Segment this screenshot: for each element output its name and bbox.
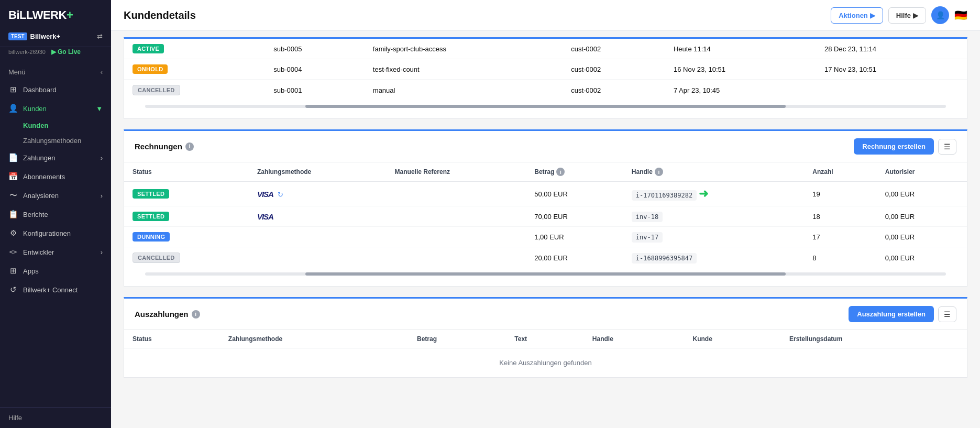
sidebar-item-konfigurationen[interactable]: ⚙ Konfigurationen (0, 224, 111, 243)
auth-cell: 0,00 EUR (877, 206, 967, 227)
sidebar-item-berichte[interactable]: 📋 Berichte (0, 205, 111, 224)
zahlungen-icon: 📄 (8, 153, 18, 162)
logo-area: BiLLWERK+ (0, 0, 111, 28)
table-row: SETTLED VISA ↻ 50,00 EUR i-1701169389282… (124, 182, 967, 206)
user-avatar[interactable]: 👤 (931, 6, 949, 24)
sidebar-item-dashboard[interactable]: ⊞ Dashboard (0, 80, 111, 99)
handle-cell: i-1688996395847 (623, 247, 805, 269)
status-badge: SETTLED (133, 212, 169, 221)
manual-ref (387, 182, 526, 206)
language-flag[interactable]: 🇩🇪 (954, 9, 967, 21)
auth-cell: 0,00 EUR (877, 182, 967, 206)
sidebar-subitem-kunden[interactable]: Kunden (0, 118, 111, 133)
rechnung-export-icon[interactable]: ☰ (938, 139, 956, 155)
actions-button[interactable]: Aktionen ▶ (831, 7, 883, 24)
manual-ref (387, 227, 526, 247)
sidebar-item-abonnements[interactable]: 📅 Abonnements (0, 167, 111, 186)
col-manuelle-referenz: Manuelle Referenz (387, 162, 526, 182)
auszahlung-export-icon[interactable]: ☰ (938, 306, 956, 322)
status-badge: SETTLED (133, 189, 169, 199)
env-id: billwerk-26930 ▶ Go Live (0, 47, 111, 60)
anzahl-cell: 18 (804, 206, 876, 227)
collapse-icon[interactable]: ‹ (101, 68, 103, 76)
sub-id: sub-0001 (265, 80, 364, 101)
analysieren-arrow: › (101, 192, 103, 200)
page-title: Kundendetails (124, 9, 196, 21)
col-kunde: Kunde (684, 330, 781, 348)
env-name: Billwerk+ (30, 32, 60, 40)
subscriptions-table: ACTIVE sub-0005 family-sport-club-access… (124, 39, 967, 101)
customer-id: cust-0002 (563, 80, 665, 101)
create-auszahlung-button[interactable]: Auszahlung erstellen (849, 306, 934, 322)
hilfe-chevron-icon: ▶ (913, 12, 918, 19)
dashboard-icon: ⊞ (8, 85, 18, 94)
col-betrag: Betrag (409, 330, 506, 348)
payment-method (249, 247, 387, 269)
sidebar-item-entwickler[interactable]: <> Entwickler › (0, 243, 111, 261)
customer-id: cust-0002 (563, 39, 665, 59)
sidebar-item-analysieren[interactable]: 〜 Analysieren › (0, 186, 111, 205)
logo-plus: + (67, 8, 73, 21)
create-rechnung-button[interactable]: Rechnung erstellen (854, 138, 934, 155)
rechnungen-info-icon[interactable]: i (185, 142, 194, 151)
status-badge: ACTIVE (133, 44, 164, 53)
sidebar-item-zahlungen[interactable]: 📄 Zahlungen › (0, 148, 111, 167)
no-data-message: Keine Auszahlungen gefunden (124, 348, 967, 378)
sidebar-item-connect[interactable]: ↺ Billwerk+ Connect (0, 280, 111, 299)
col-erstellungsdatum: Erstellungsdatum (781, 330, 967, 348)
plan-name: manual (365, 80, 563, 101)
konfigurationen-icon: ⚙ (8, 228, 18, 238)
manual-ref (387, 206, 526, 227)
col-betrag: Betrag i (526, 162, 623, 182)
col-handle: Handle i (623, 162, 805, 182)
refresh-icon[interactable]: ↻ (278, 191, 283, 199)
updated-date (816, 80, 967, 101)
analysieren-icon: 〜 (8, 191, 18, 200)
hilfe-button[interactable]: Hilfe ▶ (888, 7, 926, 24)
scroll-bar[interactable] (145, 105, 946, 108)
auszahlungen-header: Auszahlungen i Auszahlung erstellen ☰ (124, 299, 967, 330)
sidebar-item-label: Konfigurationen (23, 229, 71, 237)
auszahlungen-section: Auszahlungen i Auszahlung erstellen ☰ St… (124, 297, 967, 378)
table-row: CANCELLED 20,00 EUR i-1688996395847 8 0,… (124, 247, 967, 269)
created-date: Heute 11:14 (665, 39, 816, 59)
entwickler-icon: <> (8, 247, 18, 257)
plan-name: test-fixed-count (365, 59, 563, 80)
auszahlungen-info-icon[interactable]: i (192, 310, 200, 319)
entwickler-arrow: › (101, 248, 103, 256)
manual-ref (387, 247, 526, 269)
payment-method: VISA ↻ (249, 182, 387, 206)
menu-header: Menü ‹ (0, 60, 111, 80)
sub-id: sub-0005 (265, 39, 364, 59)
sidebar-item-apps[interactable]: ⊞ Apps (0, 261, 111, 280)
col-zahlungsmethode: Zahlungsmethode (249, 162, 387, 182)
sidebar: BiLLWERK+ TEST Billwerk+ ⇄ billwerk-2693… (0, 0, 111, 428)
updated-date: 17 Nov 23, 10:51 (816, 59, 967, 80)
sidebar-item-label: Kunden (23, 105, 47, 113)
auth-cell: 0,00 EUR (877, 247, 967, 269)
customer-id: cust-0002 (563, 59, 665, 80)
sidebar-help[interactable]: Hilfe (0, 407, 111, 428)
logo-billwerk: BiLLWERK (8, 8, 67, 21)
sidebar-subitem-zahlungsmethoden[interactable]: Zahlungsmethoden (0, 133, 111, 148)
auth-cell: 0,00 EUR (877, 227, 967, 247)
kunden-icon: 👤 (8, 104, 18, 113)
status-badge: CANCELLED (133, 85, 180, 95)
rechnungen-table: Status Zahlungsmethode Manuelle Referenz… (124, 162, 967, 268)
amount: 20,00 EUR (526, 247, 623, 269)
col-anzahl: Anzahl (804, 162, 876, 182)
sidebar-item-kunden[interactable]: 👤 Kunden ▼ (0, 99, 111, 118)
rechnungen-scroll-bar[interactable] (145, 272, 946, 276)
abonnements-icon: 📅 (8, 172, 18, 181)
handle-cell: i-1701169389282 ➜ (623, 182, 805, 206)
betrag-info-icon[interactable]: i (556, 168, 565, 176)
go-live-link[interactable]: ▶ Go Live (51, 48, 81, 56)
anzahl-cell: 8 (804, 247, 876, 269)
table-row: DUNNING 1,00 EUR inv-17 17 0,00 EUR (124, 227, 967, 247)
subscriptions-section: ACTIVE sub-0005 family-sport-club-access… (124, 37, 967, 119)
switch-icon[interactable]: ⇄ (97, 32, 103, 40)
handle-info-icon[interactable]: i (655, 168, 663, 176)
plan-name: family-sport-club-access (365, 39, 563, 59)
created-date: 16 Nov 23, 10:51 (665, 59, 816, 80)
col-autorisierung: Autorisier (877, 162, 967, 182)
